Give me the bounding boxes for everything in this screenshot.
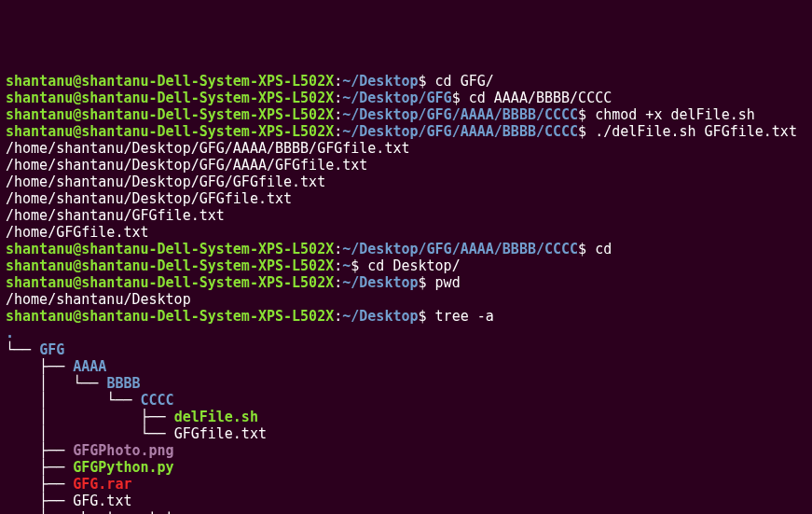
tree-row: │ └── GFGfile.txt <box>6 425 806 442</box>
tree-row: ├── GFGPhoto.png <box>6 442 806 459</box>
prompt-dollar: $ <box>419 308 427 325</box>
tree-branch: ├── <box>6 493 73 509</box>
prompt-colon: : <box>334 90 342 106</box>
command-text: ./delFile.sh GFGfile.txt <box>595 123 797 140</box>
prompt-dollar: $ <box>578 241 586 257</box>
prompt-path: ~/Desktop <box>342 73 418 90</box>
tree-branch: └── <box>6 341 39 358</box>
prompt-path: ~/Desktop/GFG/AAAA/BBBB/CCCC <box>342 106 578 123</box>
output-line: /home/shantanu/Desktop <box>6 291 806 308</box>
tree-row: │ └── BBBB <box>6 375 806 392</box>
tree-branch: ├── <box>6 442 73 459</box>
tree-entry: GFG.rar <box>73 476 131 493</box>
prompt-user: shantanu@shantanu-Dell-System-XPS-L502X <box>6 257 334 274</box>
prompt-user: shantanu@shantanu-Dell-System-XPS-L502X <box>6 241 334 257</box>
command-text: tree -a <box>435 308 494 325</box>
output-line: /home/shantanu/Desktop/GFGfile.txt <box>6 190 806 207</box>
prompt-dollar: $ <box>452 90 461 106</box>
output-line: /home/shantanu/Desktop/GFG/AAAA/BBBB/GFG… <box>6 140 806 157</box>
tree-row: ├── GFGPython.py <box>6 459 806 476</box>
command-text: pwd <box>435 274 461 291</box>
prompt-user: shantanu@shantanu-Dell-System-XPS-L502X <box>6 90 334 106</box>
tree-row: ├── GFG.txt <box>6 493 806 509</box>
tree-entry: GFGPython.py <box>73 459 173 476</box>
prompt-user: shantanu@shantanu-Dell-System-XPS-L502X <box>6 274 334 291</box>
tree-row: │ └── CCCC <box>6 392 806 409</box>
prompt-path: ~/Desktop/GFG <box>342 90 451 106</box>
tree-entry: GFG <box>39 341 64 358</box>
prompt-dollar: $ <box>419 274 427 291</box>
terminal-line: shantanu@shantanu-Dell-System-XPS-L502X:… <box>6 257 806 274</box>
prompt-dollar: $ <box>419 73 427 90</box>
tree-row: ├── AAAA <box>6 358 806 375</box>
prompt-path: ~/Desktop/GFG/AAAA/BBBB/CCCC <box>342 123 578 140</box>
terminal-line: shantanu@shantanu-Dell-System-XPS-L502X:… <box>6 308 806 325</box>
prompt-colon: : <box>334 73 342 90</box>
prompt-colon: : <box>334 123 342 140</box>
prompt-path: ~/Desktop/GFG/AAAA/BBBB/CCCC <box>342 241 578 257</box>
prompt-colon: : <box>334 257 342 274</box>
prompt-dollar: $ <box>578 123 586 140</box>
prompt-colon: : <box>334 274 342 291</box>
tree-row: └── shantanu.txt <box>6 509 806 514</box>
terminal-line: shantanu@shantanu-Dell-System-XPS-L502X:… <box>6 241 806 257</box>
terminal-line: shantanu@shantanu-Dell-System-XPS-L502X:… <box>6 73 806 90</box>
prompt-colon: : <box>334 308 342 325</box>
terminal-line: shantanu@shantanu-Dell-System-XPS-L502X:… <box>6 123 806 140</box>
tree-entry: delFile.sh <box>174 409 258 425</box>
prompt-dollar: $ <box>578 106 586 123</box>
tree-row: └── GFG <box>6 341 806 358</box>
tree-branch: │ └── <box>6 392 141 409</box>
prompt-path: ~/Desktop <box>342 308 418 325</box>
tree-root: . <box>6 325 806 341</box>
command-text: cd GFG/ <box>435 73 494 90</box>
tree-branch: ├── <box>6 459 73 476</box>
tree-entry: GFGfile.txt <box>174 425 267 442</box>
tree-branch: ├── <box>6 358 73 375</box>
terminal-line: shantanu@shantanu-Dell-System-XPS-L502X:… <box>6 274 806 291</box>
command-text: cd AAAA/BBBB/CCCC <box>469 90 612 106</box>
tree-entry: shantanu.txt <box>73 509 173 514</box>
terminal-line: shantanu@shantanu-Dell-System-XPS-L502X:… <box>6 106 806 123</box>
prompt-user: shantanu@shantanu-Dell-System-XPS-L502X <box>6 123 334 140</box>
prompt-user: shantanu@shantanu-Dell-System-XPS-L502X <box>6 73 334 90</box>
tree-branch: │ └── <box>6 425 174 442</box>
prompt-colon: : <box>334 241 342 257</box>
tree-branch: │ ├── <box>6 409 174 425</box>
prompt-dollar: $ <box>351 257 359 274</box>
command-text: cd Desktop/ <box>367 257 460 274</box>
tree-entry: BBBB <box>106 375 140 392</box>
output-line: /home/GFGfile.txt <box>6 224 806 241</box>
tree-branch: │ └── <box>6 375 106 392</box>
prompt-path: ~ <box>342 257 351 274</box>
tree-row: ├── GFG.rar <box>6 476 806 493</box>
tree-branch: ├── <box>6 476 73 493</box>
command-text: chmod +x delFile.sh <box>595 106 755 123</box>
terminal-line: shantanu@shantanu-Dell-System-XPS-L502X:… <box>6 90 806 106</box>
output-line: /home/shantanu/GFGfile.txt <box>6 207 806 224</box>
prompt-user: shantanu@shantanu-Dell-System-XPS-L502X <box>6 308 334 325</box>
command-text: cd <box>595 241 612 257</box>
prompt-path: ~/Desktop <box>342 274 418 291</box>
tree-entry: AAAA <box>73 358 106 375</box>
tree-entry: CCCC <box>141 392 174 409</box>
terminal-output[interactable]: shantanu@shantanu-Dell-System-XPS-L502X:… <box>6 73 806 514</box>
tree-entry: GFGPhoto.png <box>73 442 173 459</box>
output-line: /home/shantanu/Desktop/GFG/AAAA/GFGfile.… <box>6 157 806 174</box>
prompt-user: shantanu@shantanu-Dell-System-XPS-L502X <box>6 106 334 123</box>
tree-row: │ ├── delFile.sh <box>6 409 806 425</box>
tree-branch: └── <box>6 509 73 514</box>
output-line: /home/shantanu/Desktop/GFG/GFGfile.txt <box>6 174 806 190</box>
tree-entry: GFG.txt <box>73 493 131 509</box>
prompt-colon: : <box>334 106 342 123</box>
